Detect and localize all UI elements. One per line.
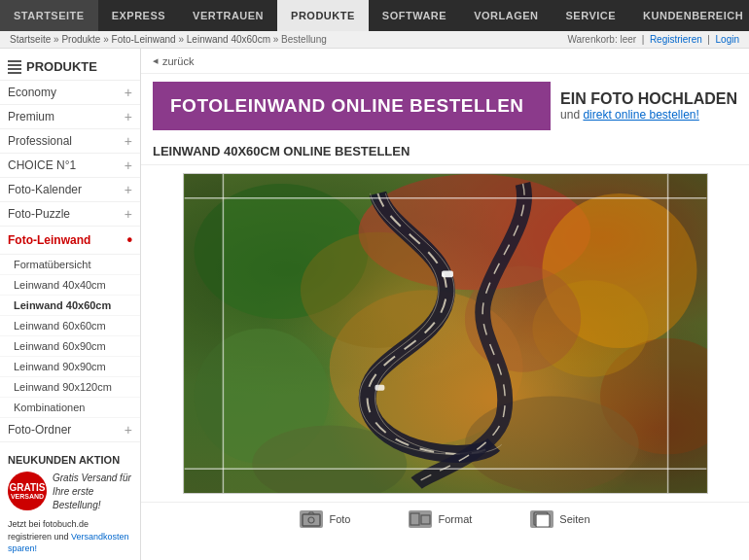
expand-icon: +	[125, 183, 132, 196]
svg-rect-15	[374, 385, 384, 391]
sidebar-item-label: Professional	[8, 134, 72, 148]
svg-rect-1	[8, 66, 21, 68]
expand-icon: +	[125, 86, 132, 99]
sidebar-header: PRODUKTE	[0, 53, 140, 81]
nav-express[interactable]: EXPRESS	[98, 0, 179, 31]
sidebar-item-label: Foto-Puzzle	[8, 207, 70, 221]
sidebar: PRODUKTE Economy + Premium + Professiona…	[0, 49, 141, 560]
sidebar-sub-leinwand-40x60[interactable]: Leinwand 40x60cm	[0, 296, 140, 316]
versand-label: VERSAND	[11, 493, 44, 501]
nav-vertrauen[interactable]: VERTRAUEN	[179, 0, 277, 31]
banner-side-line1: EIN FOTO HOCHLADEN	[560, 90, 737, 108]
svg-rect-14	[442, 270, 453, 277]
svg-rect-0	[8, 62, 21, 64]
svg-rect-17	[667, 174, 706, 493]
svg-rect-29	[536, 514, 550, 527]
sidebar-sub-leinwand-90x90[interactable]: Leinwand 90x90cm	[0, 357, 140, 377]
sidebar-item-professional[interactable]: Professional +	[0, 129, 140, 154]
sidebar-sub-leinwand-40x40[interactable]: Leinwand 40x40cm	[0, 275, 140, 296]
gratis-badge: GRATIS VERSAND	[8, 472, 47, 510]
svg-rect-18	[184, 174, 706, 198]
breadcrumb: Startseite » Produkte » Foto-Leinwand » …	[10, 34, 327, 45]
nav-vorlagen[interactable]: VORLAGEN	[460, 0, 552, 31]
sidebar-sub-formatuebersicht[interactable]: Formatübersicht	[0, 255, 140, 275]
banner-side-line2: und direkt online bestellen!	[560, 108, 737, 122]
svg-rect-26	[410, 513, 419, 525]
neukunden-section: NEUKUNDEN AKTION GRATIS VERSAND Gratis V…	[0, 446, 140, 560]
foto-icon	[300, 510, 323, 528]
nav-startseite[interactable]: STARTSEITE	[0, 0, 98, 31]
canvas-image-container	[183, 173, 708, 494]
svg-rect-19	[184, 469, 706, 493]
expand-icon: +	[125, 110, 132, 123]
gratis-label: GRATIS	[9, 482, 45, 493]
road-svg	[184, 174, 707, 493]
cart-label: Warenkorb: leer	[567, 34, 636, 45]
format-icon	[409, 510, 432, 528]
back-label: zurück	[162, 55, 194, 67]
svg-point-25	[308, 517, 314, 523]
sidebar-item-foto-leinwand[interactable]: Foto-Leinwand •	[0, 227, 140, 255]
banner-main: FOTOLEINWAND ONLINE BESTELLEN	[153, 82, 551, 130]
sidebar-header-icon	[8, 60, 21, 74]
sidebar-item-label: CHOICE N°1	[8, 158, 76, 172]
nav-service[interactable]: SERVICE	[552, 0, 629, 31]
sidebar-sub-kombinationen[interactable]: Kombinationen	[0, 398, 140, 418]
seiten-icon	[530, 510, 553, 528]
sidebar-item-choice[interactable]: CHOICE N°1 +	[0, 154, 140, 178]
sidebar-item-label: Foto-Leinwand	[8, 233, 90, 247]
expand-icon: +	[125, 158, 132, 172]
sidebar-sub-leinwand-60x60[interactable]: Leinwand 60x60cm	[0, 316, 140, 336]
neukunden-title: NEUKUNDEN AKTION	[8, 454, 132, 466]
sidebar-sub-leinwand-90x120[interactable]: Leinwand 90x120cm	[0, 377, 140, 398]
back-link[interactable]: ◂ zurück	[141, 49, 749, 74]
sidebar-item-label: Premium	[8, 110, 54, 123]
sidebar-title: PRODUKTE	[26, 59, 97, 74]
sidebar-item-economy[interactable]: Economy +	[0, 81, 140, 105]
sidebar-item-label: Foto-Ordner	[8, 423, 71, 437]
back-arrow-icon: ◂	[153, 54, 159, 67]
expand-icon: +	[125, 207, 132, 221]
neukunden-footer: Jetzt bei fotobuch.de registrieren und V…	[8, 518, 132, 555]
nav-kundenbereich[interactable]: KUNDENBEREICH	[629, 0, 749, 31]
sidebar-sub-leinwand-60x90[interactable]: Leinwand 60x90cm	[0, 336, 140, 357]
nav-produkte[interactable]: PRODUKTE	[277, 0, 369, 31]
canvas-preview	[141, 165, 749, 502]
top-navigation: STARTSEITE EXPRESS VERTRAUEN PRODUKTE SO…	[0, 0, 749, 31]
sidebar-item-foto-ordner[interactable]: Foto-Ordner +	[0, 418, 140, 442]
svg-rect-16	[184, 174, 223, 493]
breadcrumb-bar: Startseite » Produkte » Foto-Leinwand » …	[0, 31, 749, 49]
breadcrumb-foto-leinwand[interactable]: Foto-Leinwand	[112, 34, 176, 45]
banner-area: FOTOLEINWAND ONLINE BESTELLEN EIN FOTO H…	[141, 74, 749, 138]
cart-area: Warenkorb: leer | Registrieren | Login	[567, 34, 739, 45]
neukunden-promo-text: Gratis Versand für Ihre erste Bestellung…	[53, 472, 132, 512]
format-label: Format	[438, 513, 472, 525]
nav-software[interactable]: SOFTWARE	[369, 0, 460, 31]
banner-text: FOTOLEINWAND ONLINE BESTELLEN	[170, 95, 524, 117]
toolbar-format[interactable]: Format	[409, 510, 472, 528]
svg-rect-2	[8, 70, 21, 72]
toolbar-seiten[interactable]: Seiten	[530, 510, 589, 528]
toolbar-foto[interactable]: Foto	[300, 510, 350, 528]
sidebar-item-foto-kalender[interactable]: Foto-Kalender +	[0, 178, 140, 202]
register-link[interactable]: Registrieren	[650, 34, 702, 45]
breadcrumb-current: Bestellung	[281, 34, 327, 45]
breadcrumb-startseite[interactable]: Startseite	[10, 34, 51, 45]
expand-icon: +	[125, 134, 132, 148]
sidebar-item-label: Foto-Kalender	[8, 183, 82, 196]
breadcrumb-leinwand-40x60[interactable]: Leinwand 40x60cm	[187, 34, 270, 45]
main-content: ◂ zurück FOTOLEINWAND ONLINE BESTELLEN E…	[141, 49, 749, 560]
canvas-image-bg	[183, 173, 708, 494]
sidebar-item-label: Economy	[8, 86, 56, 99]
breadcrumb-produkte[interactable]: Produkte	[61, 34, 100, 45]
page-title: LEINWAND 40X60CM ONLINE BESTELLEN	[141, 138, 749, 165]
sidebar-item-foto-puzzle[interactable]: Foto-Puzzle +	[0, 202, 140, 227]
banner-side: EIN FOTO HOCHLADEN und direkt online bes…	[560, 82, 737, 130]
foto-label: Foto	[329, 513, 350, 525]
banner-side-link[interactable]: direkt online bestellen!	[583, 108, 698, 122]
seiten-label: Seiten	[559, 513, 589, 525]
sidebar-item-premium[interactable]: Premium +	[0, 105, 140, 129]
active-bullet: •	[126, 231, 132, 249]
main-layout: PRODUKTE Economy + Premium + Professiona…	[0, 49, 749, 560]
login-link[interactable]: Login	[716, 34, 739, 45]
